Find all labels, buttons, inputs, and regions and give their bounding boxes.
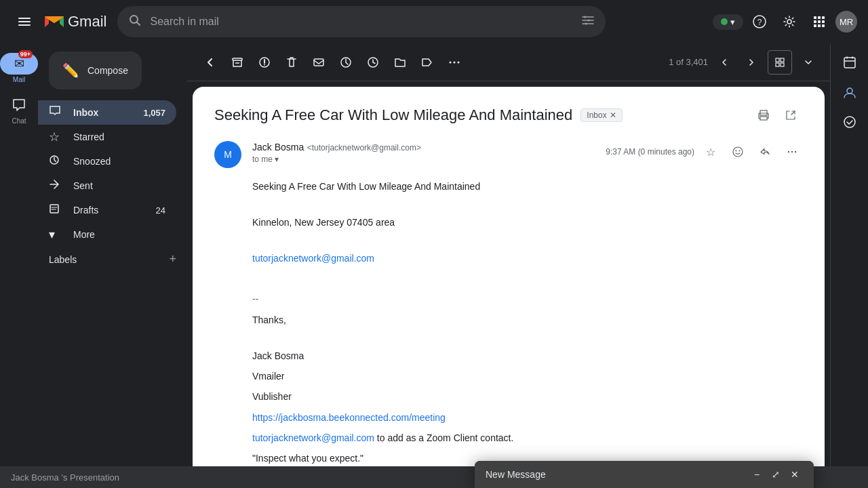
remove-inbox-badge-button[interactable]: ✕ — [610, 110, 616, 120]
body-email-link[interactable]: tutorjacknetwork@gmail.com — [252, 251, 803, 266]
svg-point-39 — [739, 150, 741, 152]
to-me-row[interactable]: to me ▾ — [252, 155, 606, 164]
app-title: Gmail — [68, 13, 106, 30]
calendar-button[interactable] — [836, 49, 863, 76]
search-bar[interactable] — [117, 6, 606, 37]
status-label: ▾ — [730, 17, 735, 27]
contacts-button[interactable] — [836, 79, 863, 106]
add-label-button[interactable]: + — [169, 252, 176, 266]
sender-avatar: M — [214, 141, 241, 168]
new-message-header[interactable]: New Message − ⤢ ✕ — [475, 461, 814, 488]
search-options-button[interactable] — [581, 14, 595, 30]
chat-label: Chat — [12, 117, 26, 125]
mail-badge: 99+ — [18, 50, 33, 58]
view-toggle-button[interactable] — [768, 50, 792, 75]
labels-header: Labels + — [38, 247, 187, 272]
starred-icon: ☆ — [49, 129, 62, 144]
close-compose-button[interactable]: ✕ — [787, 466, 803, 483]
spam-button[interactable] — [252, 50, 277, 75]
right-panel — [830, 43, 868, 488]
svg-rect-11 — [818, 16, 821, 19]
sidebar-item-drafts[interactable]: Drafts 24 — [38, 198, 176, 222]
sig-link-1[interactable]: https://jackbosma.beekonnected.com/meeti… — [252, 410, 803, 425]
tasks-button[interactable] — [836, 108, 863, 136]
sidebar-item-sent[interactable]: Sent — [38, 174, 176, 198]
profile-avatar[interactable]: MR — [835, 11, 857, 33]
email-subject: Seeking A Free Car With Low Mileage And … — [214, 106, 572, 124]
meeting-link-1[interactable]: https://jackbosma.beekonnected.com/meeti… — [252, 412, 446, 423]
view-options-button[interactable] — [797, 52, 819, 73]
next-email-button[interactable] — [741, 52, 762, 73]
zoom-link-1[interactable]: tutorjacknetwork@gmail.com — [252, 432, 374, 443]
mark-unread-button[interactable] — [307, 50, 331, 75]
task-button[interactable] — [361, 50, 385, 75]
drafts-count: 24 — [156, 205, 165, 216]
sidebar-item-chat[interactable]: Chat — [0, 90, 38, 129]
sidebar-item-mail[interactable]: ✉ 99+ Mail — [0, 49, 38, 87]
svg-point-44 — [847, 88, 852, 94]
svg-rect-32 — [776, 63, 779, 66]
sig-title-1b: Vublisher — [252, 389, 803, 404]
svg-rect-17 — [818, 24, 821, 27]
sig-title-1a: Vmailer — [252, 369, 803, 384]
to-label: to me — [252, 155, 273, 164]
move-to-button[interactable] — [388, 50, 412, 75]
menu-button[interactable] — [11, 8, 38, 35]
svg-rect-30 — [776, 58, 779, 62]
separator-1: -- — [252, 291, 803, 306]
svg-point-37 — [733, 147, 743, 157]
expand-compose-button[interactable]: ⤢ — [768, 466, 784, 483]
sidebar-item-more[interactable]: ▾ More — [38, 222, 176, 247]
mail-label: Mail — [13, 76, 25, 83]
svg-rect-14 — [818, 20, 821, 23]
emoji-react-button[interactable] — [727, 141, 749, 163]
help-button[interactable]: ? — [746, 8, 773, 35]
reply-button[interactable] — [754, 141, 776, 163]
svg-rect-43 — [844, 58, 855, 68]
search-input[interactable] — [150, 16, 573, 28]
more-email-button[interactable] — [781, 141, 803, 163]
svg-rect-2 — [18, 24, 31, 26]
svg-rect-12 — [822, 16, 825, 19]
drafts-icon — [49, 203, 62, 218]
archive-button[interactable] — [225, 50, 250, 75]
chat-icon — [0, 94, 38, 116]
inbox-badge-text: Inbox — [587, 110, 606, 120]
svg-rect-15 — [822, 20, 825, 23]
more-toolbar-button[interactable] — [442, 50, 467, 75]
email-timestamp: 9:37 AM (0 minutes ago) — [606, 147, 694, 157]
delete-button[interactable] — [279, 50, 304, 75]
sent-label: Sent — [73, 180, 165, 191]
sent-icon — [49, 179, 62, 193]
svg-rect-31 — [781, 58, 784, 62]
print-button[interactable] — [751, 103, 776, 127]
compose-button[interactable]: ✏️ Compose — [49, 52, 142, 89]
prev-email-button[interactable] — [713, 52, 735, 73]
svg-rect-16 — [814, 24, 816, 27]
search-icon — [128, 14, 142, 30]
compose-icon: ✏️ — [62, 62, 79, 79]
open-in-new-button[interactable] — [778, 103, 803, 127]
thanks-1: Thanks, — [252, 312, 803, 327]
sidebar-item-snoozed[interactable]: Snoozed — [38, 149, 176, 174]
minimize-compose-button[interactable]: − — [749, 466, 765, 483]
email-view: Seeking A Free Car With Low Mileage And … — [193, 87, 825, 488]
inbox-icon — [49, 105, 62, 121]
email-link-1[interactable]: tutorjacknetwork@gmail.com — [252, 253, 374, 264]
svg-line-4 — [137, 22, 140, 25]
new-message-title: New Message — [486, 469, 546, 480]
email-header: M Jack Bosma <tutorjacknetwork@gmail.com… — [214, 141, 803, 168]
svg-point-6 — [588, 19, 590, 21]
back-button[interactable] — [198, 50, 222, 75]
apps-button[interactable] — [806, 8, 833, 35]
sidebar-item-inbox[interactable]: Inbox 1,057 — [38, 100, 176, 125]
sidebar-item-starred[interactable]: ☆ Starred — [38, 125, 176, 149]
status-indicator[interactable]: ▾ — [713, 14, 743, 30]
labels-button[interactable] — [415, 50, 439, 75]
body-line-2: Kinnelon, New Jersey 07405 area — [252, 215, 803, 230]
settings-button[interactable] — [776, 8, 803, 35]
svg-point-23 — [264, 64, 265, 65]
email-meta-right: 9:37 AM (0 minutes ago) ☆ — [606, 141, 803, 163]
snooze-button[interactable] — [334, 50, 358, 75]
star-button[interactable]: ☆ — [700, 141, 722, 163]
